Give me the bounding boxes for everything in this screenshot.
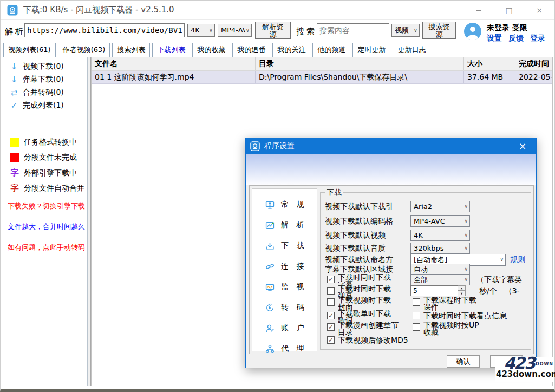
menu-item-transcode[interactable]: 转 码 — [252, 297, 317, 318]
purple-char-swatch: 字 — [10, 168, 19, 178]
download-settings-group: 下载 视频下载默认下载引 Aria2∨ 视频下载默认编码格 MP4-AVC∨ 视… — [320, 192, 531, 350]
upfav-checkbox[interactable] — [413, 323, 420, 331]
legend-auto-merge: 字 分段文件自动合并 — [10, 183, 84, 193]
red-swatch — [10, 153, 19, 162]
group-legend: 下载 — [325, 188, 343, 198]
sidebar-item-merge-transcode[interactable]: ⇄ 合并转码(0) — [10, 88, 64, 97]
proxy-icon — [265, 344, 275, 354]
download-icon: ↓ — [10, 62, 18, 71]
cover-checkbox[interactable] — [327, 298, 335, 306]
close-button[interactable]: × — [524, 1, 554, 20]
table-row[interactable]: 01 1 这阶段该如何学习.mp4 D:\Program Files\Shand… — [92, 71, 552, 84]
menu-item-general[interactable]: 常 规 — [252, 194, 317, 215]
stepper-down-icon[interactable]: ▼ — [458, 291, 466, 296]
tab-video-list[interactable]: 视频列表(61) — [3, 43, 56, 57]
col-size[interactable]: 大小 — [464, 57, 515, 70]
menu-item-download[interactable]: 下 载 — [252, 236, 317, 256]
row-default-engine: 视频下载默认下载引 Aria2∨ — [325, 201, 528, 213]
chevron-down-icon: ∨ — [464, 230, 468, 240]
video-quality-select[interactable]: 4K∨ — [410, 230, 470, 241]
settings-dialog: 程序设置 × 常 规 解 析 下 载 — [245, 138, 537, 368]
danmaku-interval-stepper[interactable]: 5 ▲ ▼ — [410, 285, 458, 296]
general-icon — [265, 200, 275, 210]
parse-resource-button[interactable]: 解析资 源 — [255, 22, 291, 39]
menu-item-monitor[interactable]: 监 视 — [252, 277, 317, 297]
dialog-body: 常 规 解 析 下 载 连 接 监 视 — [249, 185, 534, 354]
subtitle-region-select[interactable]: 自动∨ — [410, 264, 470, 275]
confirm-button[interactable]: 确认 — [447, 355, 480, 368]
subtitle-type-select[interactable]: 全部∨ — [410, 274, 470, 285]
stepper-up-icon[interactable]: ▲ — [458, 285, 466, 291]
col-filename[interactable]: 文件名 — [92, 57, 256, 70]
menu-item-parse[interactable]: 解 析 — [252, 215, 317, 236]
dialog-app-icon — [250, 141, 260, 151]
url-input[interactable] — [24, 23, 185, 37]
chevron-down-icon: ∨ — [413, 24, 417, 36]
check-icon: ✓ — [10, 101, 18, 110]
download-icon — [265, 241, 275, 251]
settings-link[interactable]: 设置 — [487, 34, 502, 43]
row-default-codec: 视频下载默认编码格 MP4-AVC∨ — [325, 215, 528, 227]
chevron-down-icon: ∨ — [245, 24, 250, 36]
danmaku-checkbox[interactable] — [327, 287, 335, 295]
sidebar-item-danmaku-download[interactable]: ↓ 弹幕下载(0) — [10, 75, 64, 84]
note-switch-engine[interactable]: 下载失败？切换引擎下载 — [8, 201, 85, 211]
search-input[interactable] — [317, 23, 389, 37]
courseware-checkbox[interactable] — [413, 298, 420, 306]
app-window: 下载:0 KB/s - 闪豆视频下载器 - v2.5.1.0 ─ □ × 解析 … — [0, 0, 555, 392]
yellow-swatch — [10, 138, 19, 147]
dialog-close-icon[interactable]: × — [514, 138, 531, 154]
tabbar: 视频列表(61) 作者视频(63) 搜索列表 下载列表 我的收藏 我的追番 我的… — [3, 43, 430, 57]
menu-item-connection[interactable]: 连 接 — [252, 256, 317, 277]
col-directory[interactable]: 目录 — [256, 57, 464, 70]
codec-select[interactable]: MP4-AVC∨ — [410, 215, 470, 227]
engine-select[interactable]: Aria2∨ — [410, 201, 470, 212]
row-manga-upfav: ✓ 下载漫画创建章节 目录 下载视频时按UP 收藏 — [325, 322, 528, 336]
note-merge-time: 文件越大，合并时间越久 — [8, 222, 85, 232]
note-manual-transcode[interactable]: 如有问题，点此手动转码 — [8, 243, 85, 252]
audio-quality-select[interactable]: 320kbps∨ — [410, 243, 470, 254]
manga-checkbox[interactable]: ✓ — [327, 323, 335, 331]
chevron-down-icon: ∨ — [464, 243, 468, 253]
chevron-down-icon: ∨ — [464, 275, 468, 285]
search-type-select[interactable]: 视频∨ — [391, 24, 420, 37]
search-label: 搜索 — [296, 27, 317, 37]
link-icon — [265, 262, 275, 271]
parse-label: 解析 — [5, 27, 25, 37]
login-link[interactable]: 登录 — [530, 34, 545, 43]
format-select[interactable]: MP4-AVC∨ — [218, 24, 252, 37]
tab-favorites[interactable]: 我的收藏 — [192, 43, 230, 57]
tab-download-list[interactable]: 下载列表 — [152, 43, 190, 57]
maximize-button[interactable]: □ — [494, 1, 524, 20]
sidebar-item-video-download[interactable]: ↓ 视频下载(0) — [10, 62, 64, 71]
minimize-button[interactable]: ─ — [463, 1, 494, 20]
avatar[interactable] — [463, 22, 482, 41]
lyrics-checkbox[interactable]: ✓ — [327, 312, 335, 319]
tab-search-list[interactable]: 搜索列表 — [112, 43, 150, 57]
quality-select[interactable]: 4K∨ — [187, 24, 215, 37]
transcode-icon — [265, 303, 275, 312]
titlebar: 下载:0 KB/s - 闪豆视频下载器 - v2.5.1.0 ─ □ × — [1, 1, 554, 20]
search-resource-button[interactable]: 搜索资 源 — [422, 22, 456, 39]
legend-segment-incomplete: 分段文件未完成 — [10, 153, 77, 162]
dialog-titlebar: 程序设置 × — [246, 138, 536, 154]
menu-item-account[interactable]: 账 户 — [252, 318, 317, 338]
tab-author-videos[interactable]: 作者视频(63) — [58, 43, 110, 57]
subtitle-checkbox[interactable]: ✓ — [327, 276, 335, 283]
tab-changelog[interactable]: 更新日志 — [393, 43, 430, 57]
tab-his-channel[interactable]: 他的频道 — [312, 43, 350, 57]
col-finish-time[interactable]: 完成时间 — [515, 57, 552, 70]
menu-item-proxy[interactable]: 代 理 — [252, 338, 317, 359]
row-cover-courseware: 下载视频时下载 封面 下载课程时下载 课件 — [325, 297, 528, 311]
feedback-link[interactable]: 反馈 — [508, 34, 524, 43]
tab-scheduled-update[interactable]: 定时更新 — [352, 43, 390, 57]
tab-following[interactable]: 我的关注 — [272, 43, 310, 57]
tab-bangumi[interactable]: 我的追番 — [232, 43, 270, 57]
dialog-title: 程序设置 — [264, 141, 295, 151]
sidebar-item-completed-list[interactable]: ✓ 完成列表(1) — [10, 101, 64, 110]
highlights-checkbox[interactable] — [413, 312, 420, 319]
legend-external-engine: 字 外部引擎下载中 — [10, 168, 77, 178]
md5-checkbox[interactable]: ✓ — [327, 336, 335, 344]
account-icon — [265, 324, 275, 333]
row-default-video-quality: 视频下载默认视频 4K∨ — [325, 230, 528, 241]
